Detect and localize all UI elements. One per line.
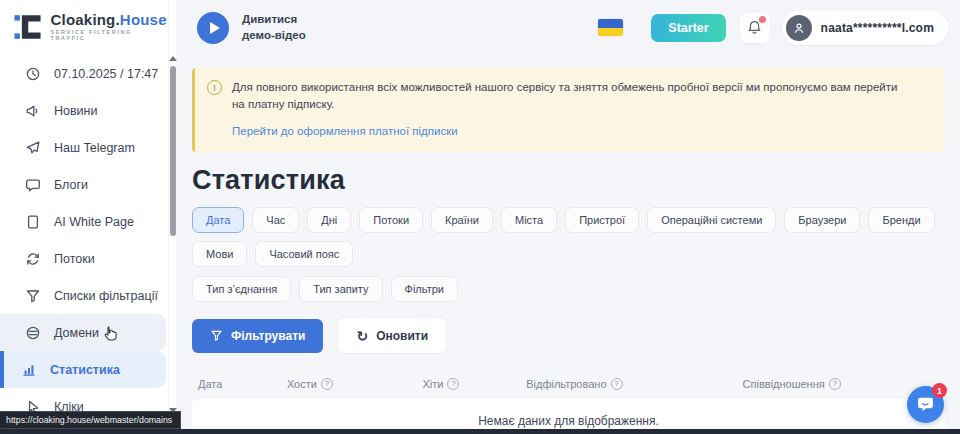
sidebar-item-flows[interactable]: Потоки: [0, 240, 166, 277]
help-icon[interactable]: ?: [611, 378, 623, 390]
tab-time[interactable]: Час: [252, 207, 299, 233]
banner-text: Для повного використання всіх можливосте…: [232, 79, 900, 114]
sidebar-item-statistics[interactable]: Статистика: [0, 351, 166, 388]
demo-video-play-button[interactable]: [197, 12, 229, 44]
sidebar-item-filter-lists[interactable]: Списки фільтрації: [0, 277, 166, 314]
refresh-button[interactable]: ↻ Оновити: [338, 319, 446, 353]
sidebar-scrollbar[interactable]: [168, 0, 176, 434]
brand-tagline: SERVICE FILTERING TRAFFIC: [51, 30, 168, 41]
tab-date[interactable]: Дата: [192, 207, 244, 233]
sidebar-item-datetime: 07.10.2025 / 17:47: [0, 55, 166, 92]
sidebar-item-label: Наш Telegram: [54, 141, 135, 155]
sidebar-item-label: Списки фільтрації: [54, 289, 158, 303]
sidebar-item-news[interactable]: Новини: [0, 92, 166, 129]
stats-tabs-row-1: Дата Час Дні Потоки Країни Міста Пристро…: [192, 207, 945, 267]
paper-plane-icon: [25, 140, 41, 156]
play-icon: [210, 22, 220, 34]
sidebar-item-label: Потоки: [54, 252, 95, 266]
scrollbar-thumb[interactable]: [170, 66, 176, 236]
sidebar-item-label: Новини: [54, 104, 98, 118]
help-icon[interactable]: ?: [321, 378, 333, 390]
page-title: Статистика: [192, 165, 945, 196]
main-content: ! Для повного використання всіх можливос…: [176, 55, 960, 434]
table-header-row: Дата Хости? Хіти? Відфільтровано? Співві…: [192, 368, 945, 399]
sidebar-item-ai-white-page[interactable]: AI White Page: [0, 203, 166, 240]
tab-cities[interactable]: Міста: [501, 207, 557, 233]
clock-icon: [25, 66, 41, 82]
help-icon[interactable]: ?: [829, 378, 841, 390]
plan-badge[interactable]: Starter: [651, 14, 725, 42]
tab-brands[interactable]: Бренди: [868, 207, 934, 233]
tab-devices[interactable]: Пристрої: [565, 207, 639, 233]
funnel-icon: [25, 288, 41, 304]
filter-button[interactable]: Фільтрувати: [192, 319, 323, 353]
scrollbar-up-arrow[interactable]: [169, 56, 177, 61]
column-header-ratio: Співвідношення?: [743, 378, 939, 390]
topbar: Дивитися демо-відео Starter naata*******…: [176, 0, 960, 55]
stats-tabs-row-2: Тип з’єднання Тип запиту Фільтри: [192, 276, 945, 302]
column-header-hits: Хіти?: [423, 378, 527, 390]
tab-filters[interactable]: Фільтри: [391, 276, 458, 302]
actions-row: Фільтрувати ↻ Оновити: [192, 319, 945, 353]
tab-request-type[interactable]: Тип запиту: [299, 276, 382, 302]
megaphone-icon: [25, 103, 41, 119]
refresh-icon: ↻: [356, 329, 368, 343]
sidebar-item-label: Домени: [54, 326, 99, 340]
warning-icon: !: [207, 80, 222, 95]
refresh-button-label: Оновити: [376, 329, 428, 343]
tab-timezone[interactable]: Часовий пояс: [255, 241, 353, 267]
notifications-button[interactable]: [740, 13, 770, 43]
tab-connection-type[interactable]: Тип з’єднання: [192, 276, 291, 302]
brand-name: Cloaking.House: [51, 12, 168, 27]
loop-icon: [25, 251, 41, 267]
sidebar-item-label: Статистика: [50, 363, 120, 377]
sidebar-item-label: Блоги: [54, 178, 88, 192]
chat-widget-button[interactable]: 1: [907, 386, 944, 423]
tab-browsers[interactable]: Браузери: [784, 207, 860, 233]
column-header-filtered: Відфільтровано?: [526, 378, 742, 390]
app-window: Cloaking.House SERVICE FILTERING TRAFFIC…: [0, 0, 960, 434]
chat-bubble-icon: [25, 177, 41, 193]
sidebar-menu: 07.10.2025 / 17:47 Новини Наш Telegram Б…: [0, 54, 168, 425]
funnel-icon: [210, 329, 223, 342]
avatar: [786, 15, 812, 41]
sidebar-item-domains[interactable]: Домени: [0, 314, 166, 351]
tab-operating-systems[interactable]: Операційні системи: [647, 207, 776, 233]
person-icon: [792, 21, 806, 35]
brand-logo-icon: [13, 12, 43, 42]
notification-dot: [759, 16, 766, 23]
help-icon[interactable]: ?: [447, 378, 459, 390]
trial-warning-banner: ! Для повного використання всіх можливос…: [192, 68, 945, 152]
tab-flows[interactable]: Потоки: [359, 207, 423, 233]
filter-button-label: Фільтрувати: [231, 329, 305, 343]
chat-unread-badge: 1: [932, 383, 947, 398]
chat-icon: [916, 395, 935, 414]
page-icon: [25, 214, 41, 230]
bar-chart-icon: [21, 362, 37, 378]
brand-logo[interactable]: Cloaking.House SERVICE FILTERING TRAFFIC: [0, 0, 168, 54]
sidebar-item-label: AI White Page: [54, 215, 134, 229]
demo-video-label[interactable]: Дивитися демо-відео: [242, 12, 314, 43]
tab-countries[interactable]: Країни: [431, 207, 493, 233]
subscribe-link[interactable]: Перейти до оформлення платної підписки: [232, 123, 458, 140]
globe-icon: [25, 325, 41, 341]
column-header-hosts: Хости?: [287, 378, 423, 390]
stats-table: Дата Хости? Хіти? Відфільтровано? Співві…: [192, 368, 945, 434]
sidebar: Cloaking.House SERVICE FILTERING TRAFFIC…: [0, 0, 176, 434]
sidebar-item-label: 07.10.2025 / 17:47: [54, 67, 158, 81]
tab-languages[interactable]: Мови: [192, 241, 247, 267]
bottom-window-edge: [0, 429, 960, 434]
sidebar-item-telegram[interactable]: Наш Telegram: [0, 129, 166, 166]
tab-days[interactable]: Дні: [307, 207, 351, 233]
user-email: naata**********l.com: [821, 21, 934, 35]
ukraine-flag-icon[interactable]: [598, 19, 623, 36]
column-header-date: Дата: [198, 378, 287, 390]
browser-status-url: https://cloaking.house/webmaster/domains: [0, 411, 181, 429]
sidebar-item-blogs[interactable]: Блоги: [0, 166, 166, 203]
user-account-chip[interactable]: naata**********l.com: [782, 11, 948, 45]
